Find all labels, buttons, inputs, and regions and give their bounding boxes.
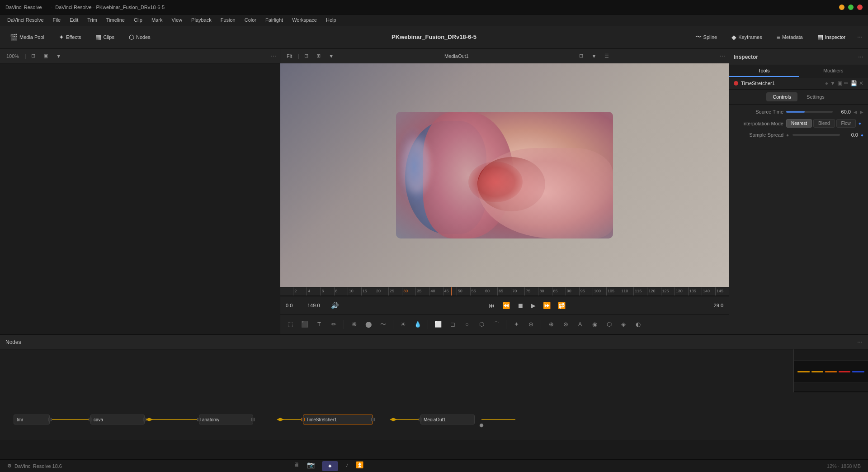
tool-dropper[interactable]: 💧	[411, 318, 424, 331]
tool-ellipse[interactable]: ○	[461, 318, 473, 331]
tool-poly[interactable]: ⬡	[475, 318, 488, 331]
viewer-more-btn[interactable]: ⋯	[271, 53, 276, 59]
cv-overflow-btn[interactable]: ⋯	[720, 53, 725, 59]
tab-controls[interactable]: Controls	[766, 92, 797, 101]
node-expand-btn[interactable]: ▼	[830, 80, 835, 86]
tool-track2[interactable]: ⊗	[559, 318, 572, 331]
nodes-canvas[interactable]: tmr cava anatomy TimeStretcher1 MediaOut…	[0, 349, 868, 440]
cv-options-btn[interactable]: ▼	[326, 52, 336, 60]
tool-particle[interactable]: ❋	[348, 318, 360, 331]
sample-spread-slider[interactable]	[793, 134, 840, 136]
tool-transform[interactable]: ⬛	[298, 318, 311, 331]
tool-shape[interactable]: ◉	[588, 318, 601, 331]
status-icon-fusion[interactable]: ✦	[322, 461, 338, 471]
menu-fusion[interactable]: Fusion	[217, 16, 239, 24]
interp-blend-btn[interactable]: Blend	[813, 119, 835, 128]
node-tmr[interactable]: tmr	[14, 415, 50, 424]
tool-color[interactable]: ☀	[397, 318, 410, 331]
tool-rect[interactable]: ◻	[446, 318, 459, 331]
loop-btn[interactable]: 🔁	[556, 301, 567, 310]
clips-button[interactable]: ▦ Clips	[91, 32, 118, 43]
menu-timeline[interactable]: Timeline	[103, 16, 128, 24]
tool-text[interactable]: T	[313, 318, 326, 331]
tool-paint[interactable]: ✏	[327, 318, 340, 331]
tool-pin[interactable]: ✦	[510, 318, 523, 331]
node-timestretcher1[interactable]: TimeStretcher1	[303, 415, 373, 424]
menu-fairlight[interactable]: Fairlight	[262, 16, 287, 24]
tool-bezier[interactable]: ⌒	[490, 318, 502, 331]
menu-playback[interactable]: Playback	[188, 16, 215, 24]
source-time-prev[interactable]: ◀	[854, 110, 857, 114]
node-cava[interactable]: cava	[90, 415, 145, 424]
maximize-btn[interactable]	[848, 5, 854, 10]
status-icon-deliver[interactable]: ⏫	[356, 461, 363, 471]
node-action1[interactable]: ▣	[837, 80, 842, 86]
tool-bspline[interactable]: 〜	[377, 318, 389, 331]
tool-crop[interactable]: ⬜	[432, 318, 444, 331]
minimize-btn[interactable]	[839, 5, 844, 10]
effects-button[interactable]: ✦ Effects	[54, 32, 85, 43]
status-icon-monitor[interactable]: 🖥	[293, 461, 300, 471]
tool-type2[interactable]: A	[574, 318, 586, 331]
status-icon-audio[interactable]: ♪	[345, 461, 349, 471]
playback-controls: 0.0 149.0 🔊 ⏮ ⏪ ⏹ ▶ ⏩ 🔁 29.0	[280, 296, 729, 314]
source-time-slider[interactable]	[786, 111, 833, 113]
menu-trim[interactable]: Trim	[84, 16, 101, 24]
tab-tools[interactable]: Tools	[729, 65, 799, 77]
volume-btn[interactable]: 🔊	[329, 301, 340, 310]
view-options-btn[interactable]: ▼	[53, 52, 64, 60]
node-action2[interactable]: ✏	[844, 80, 849, 86]
tab-settings[interactable]: Settings	[800, 92, 831, 101]
cv-grid-btn[interactable]: ⊞	[314, 52, 323, 60]
tool-3d[interactable]: ⬡	[603, 318, 615, 331]
nodes-button[interactable]: ⬡ Nodes	[124, 32, 155, 43]
play-prev-btn[interactable]: ⏪	[500, 301, 512, 310]
view-mode-btn[interactable]: ⊡	[28, 52, 38, 60]
interp-flow-btn[interactable]: Flow	[836, 119, 856, 128]
menu-davinci-resolve[interactable]: DaVinci Resolve	[4, 16, 47, 24]
node-action4[interactable]: ✕	[859, 80, 863, 86]
status-icon-camera[interactable]: 📷	[307, 461, 315, 471]
inspector-button[interactable]: ▤ Inspector	[813, 32, 850, 43]
tool-extra[interactable]: ◈	[617, 318, 630, 331]
cv-right-btn[interactable]: ⊡	[576, 52, 586, 60]
keyframes-button[interactable]: ◆ Keyframes	[727, 32, 767, 43]
menu-help[interactable]: Help	[322, 16, 340, 24]
tab-modifiers[interactable]: Modifiers	[799, 65, 868, 77]
close-btn[interactable]	[857, 5, 863, 10]
tool-mask[interactable]: ⬤	[362, 318, 375, 331]
menu-view[interactable]: View	[168, 16, 186, 24]
cv-more-btn[interactable]: ▼	[589, 52, 599, 60]
menu-clip[interactable]: Clip	[130, 16, 146, 24]
inspector-overflow-btn[interactable]: ⋯	[858, 54, 863, 60]
tool-warp[interactable]: ⊛	[524, 318, 537, 331]
cv-view-btn[interactable]: ⊡	[302, 52, 311, 60]
interp-nearest-btn[interactable]: Nearest	[786, 119, 812, 128]
play-btn[interactable]: ▶	[529, 301, 538, 310]
play-first-btn[interactable]: ⏮	[487, 301, 497, 310]
toolbar-overflow-icon[interactable]: ⋯	[857, 34, 863, 40]
menu-mark[interactable]: Mark	[148, 16, 166, 24]
spline-button[interactable]: 〜 Spline	[691, 31, 722, 43]
metadata-button[interactable]: ≡ Metadata	[772, 32, 807, 43]
media-pool-button[interactable]: 🎬 Media Pool	[5, 32, 49, 43]
menu-workspace[interactable]: Workspace	[288, 16, 321, 24]
menu-color[interactable]: Color	[241, 16, 260, 24]
menu-file[interactable]: File	[49, 16, 65, 24]
node-action3[interactable]: 💾	[850, 80, 857, 86]
nodes-overflow-btn[interactable]: ⋯	[857, 339, 863, 345]
tool-extra2[interactable]: ◐	[632, 318, 644, 331]
tool-select[interactable]: ⬚	[284, 318, 297, 331]
cv-3d-btn[interactable]: ☰	[602, 52, 612, 60]
play-stop-btn[interactable]: ⏹	[515, 301, 525, 310]
menu-edit[interactable]: Edit	[66, 16, 82, 24]
play-next-btn[interactable]: ⏩	[541, 301, 552, 310]
zoom-level[interactable]: 100%	[4, 52, 22, 60]
node-anatomy[interactable]: anatomy	[199, 415, 253, 424]
media-pool-icon: 🎬	[10, 33, 18, 41]
node-mediaout1[interactable]: MediaOut1	[420, 415, 475, 424]
source-time-next[interactable]: ▶	[860, 110, 863, 114]
tool-track[interactable]: ⊕	[545, 318, 557, 331]
fit-btn[interactable]: Fit	[284, 52, 295, 60]
view-single-btn[interactable]: ▣	[41, 52, 51, 60]
